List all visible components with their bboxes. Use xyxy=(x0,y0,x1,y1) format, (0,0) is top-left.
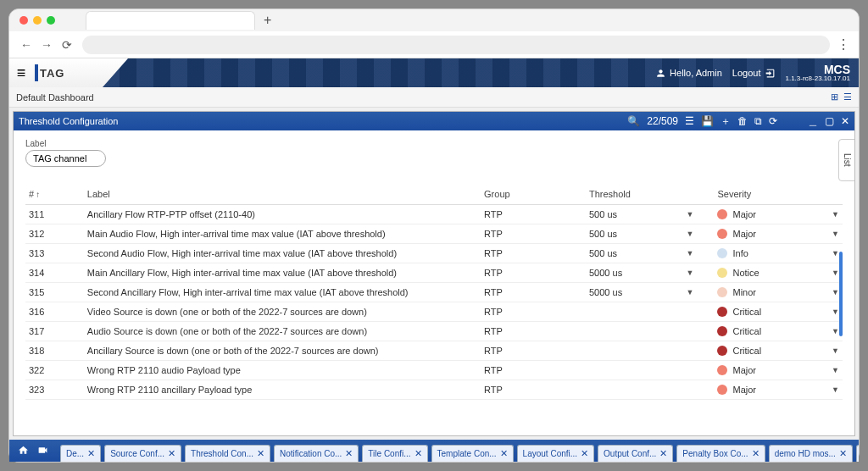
cell-severity[interactable]: Major▼ xyxy=(714,205,843,224)
chevron-down-icon[interactable]: ▼ xyxy=(832,269,839,277)
chevron-down-icon[interactable]: ▼ xyxy=(687,269,694,277)
menu-icon[interactable]: ≡ xyxy=(9,64,33,82)
table-row[interactable]: 322Wrong RTP 2110 audio Payload typeRTPM… xyxy=(25,361,843,380)
close-tab-icon[interactable]: ✕ xyxy=(87,448,95,459)
cell-severity[interactable]: Minor▼ xyxy=(714,283,843,302)
cell-severity[interactable]: Critical▼ xyxy=(714,341,843,361)
browser-menu-button[interactable]: ⋮ xyxy=(835,36,852,53)
chevron-down-icon[interactable]: ▼ xyxy=(687,288,694,296)
window-max-dot[interactable] xyxy=(47,16,55,25)
table-row[interactable]: 316Video Source is down (one or both of … xyxy=(25,302,843,322)
cell-threshold[interactable]: 5000 us▼ xyxy=(586,263,714,283)
chevron-down-icon[interactable]: ▼ xyxy=(832,249,839,258)
footer-tab[interactable]: Template Con...✕ xyxy=(431,445,514,462)
footer-tab[interactable]: Source Conf...✕ xyxy=(104,445,181,462)
list-view-icon[interactable]: ☰ xyxy=(843,91,852,103)
grid-view-icon[interactable]: ⊞ xyxy=(831,91,838,103)
chevron-down-icon[interactable]: ▼ xyxy=(832,385,839,394)
user-info[interactable]: Hello, Admin xyxy=(655,68,722,79)
chevron-down-icon[interactable]: ▼ xyxy=(687,210,694,219)
footer-tab[interactable]: Tile Confi...✕ xyxy=(362,445,427,462)
search-icon[interactable]: 🔍 xyxy=(627,115,640,127)
table-row[interactable]: 314Main Ancillary Flow, High inter-arriv… xyxy=(25,263,843,283)
chevron-down-icon[interactable]: ▼ xyxy=(687,249,694,258)
table-row[interactable]: 318Ancillary Source is down (one or both… xyxy=(25,341,843,361)
close-tab-icon[interactable]: ✕ xyxy=(345,448,353,459)
cell-severity[interactable]: Major▼ xyxy=(714,361,843,380)
footer-tab[interactable]: Notification Co...✕ xyxy=(274,445,359,462)
chevron-down-icon[interactable]: ▼ xyxy=(687,230,694,238)
list-tab[interactable]: List xyxy=(838,139,854,181)
footer-tab[interactable]: Layout Confi...✕ xyxy=(517,445,594,462)
chevron-down-icon[interactable]: ▼ xyxy=(832,210,839,219)
minimize-icon[interactable]: ＿ xyxy=(808,114,818,129)
table-row[interactable]: 323Wrong RTP 2110 ancillary Payload type… xyxy=(25,380,843,400)
camera-icon[interactable] xyxy=(37,445,48,458)
table-row[interactable]: 317Audio Source is down (one or both of … xyxy=(25,322,843,341)
cell-threshold[interactable] xyxy=(586,380,714,400)
add-icon[interactable]: ＋ xyxy=(721,114,731,129)
cell-threshold[interactable]: 500 us▼ xyxy=(586,205,714,224)
chevron-down-icon[interactable]: ▼ xyxy=(832,346,839,355)
delete-icon[interactable]: 🗑 xyxy=(737,115,748,127)
close-icon[interactable]: ✕ xyxy=(841,115,849,127)
close-tab-icon[interactable]: ✕ xyxy=(752,448,760,459)
cell-severity[interactable]: Info▼ xyxy=(714,244,843,263)
chevron-down-icon[interactable]: ▼ xyxy=(832,230,839,238)
footer-tab[interactable]: Output Conf...✕ xyxy=(598,445,673,462)
col-label[interactable]: Label xyxy=(84,184,481,205)
cell-severity[interactable]: Major▼ xyxy=(714,224,843,244)
cell-threshold[interactable] xyxy=(586,341,714,361)
chevron-down-icon[interactable]: ▼ xyxy=(832,288,839,296)
col-num[interactable]: #↑ xyxy=(25,184,84,205)
label-input[interactable] xyxy=(25,150,106,167)
window-close-dot[interactable] xyxy=(19,16,28,25)
table-row[interactable]: 312Main Audio Flow, High inter-arrival t… xyxy=(25,224,843,244)
table-row[interactable]: 315Second Ancillary Flow, High inter-arr… xyxy=(25,283,843,302)
list-icon[interactable]: ☰ xyxy=(685,115,694,127)
close-tab-icon[interactable]: ✕ xyxy=(500,448,508,459)
cell-threshold[interactable] xyxy=(586,302,714,322)
reload-button[interactable]: ⟳ xyxy=(58,36,75,53)
footer-tab[interactable]: demo HD mos...✕ xyxy=(769,445,853,462)
close-tab-icon[interactable]: ✕ xyxy=(168,448,175,459)
forward-button[interactable]: → xyxy=(38,36,55,53)
table-row[interactable]: 313Second Audio Flow, High inter-arrival… xyxy=(25,244,843,263)
new-tab-button[interactable]: + xyxy=(264,13,271,28)
col-threshold[interactable]: Threshold xyxy=(586,184,714,205)
logout-button[interactable]: Logout xyxy=(732,68,776,79)
close-tab-icon[interactable]: ✕ xyxy=(659,448,667,459)
scrollbar-thumb[interactable] xyxy=(839,252,843,336)
refresh-icon[interactable]: ⟳ xyxy=(769,115,777,127)
close-tab-icon[interactable]: ✕ xyxy=(839,448,847,459)
close-tab-icon[interactable]: ✕ xyxy=(257,448,264,459)
close-tab-icon[interactable]: ✕ xyxy=(415,448,422,459)
cell-severity[interactable]: Major▼ xyxy=(714,380,843,400)
cell-severity[interactable]: Critical▼ xyxy=(714,302,843,322)
footer-tab[interactable]: Threshold Con...✕ xyxy=(185,445,270,462)
cell-threshold[interactable] xyxy=(586,361,714,380)
col-severity[interactable]: Severity xyxy=(714,184,843,205)
copy-icon[interactable]: ⧉ xyxy=(754,115,762,127)
table-row[interactable]: 311Ancillary Flow RTP-PTP offset (2110-4… xyxy=(25,205,843,224)
window-min-dot[interactable] xyxy=(33,16,42,25)
cell-threshold[interactable]: 500 us▼ xyxy=(586,224,714,244)
back-button[interactable]: ← xyxy=(18,36,35,53)
chevron-down-icon[interactable]: ▼ xyxy=(832,308,839,316)
close-tab-icon[interactable]: ✕ xyxy=(581,448,588,459)
save-icon[interactable]: 💾 xyxy=(701,115,714,127)
address-bar[interactable] xyxy=(82,36,830,54)
cell-threshold[interactable]: 5000 us▼ xyxy=(586,283,714,302)
home-icon[interactable] xyxy=(18,445,29,458)
chevron-down-icon[interactable]: ▼ xyxy=(832,366,839,374)
cell-severity[interactable]: Notice▼ xyxy=(714,263,843,283)
chevron-down-icon[interactable]: ▼ xyxy=(832,327,839,335)
footer-tab[interactable]: De...✕ xyxy=(60,445,101,462)
cell-severity[interactable]: Critical▼ xyxy=(714,322,843,341)
cell-threshold[interactable]: 500 us▼ xyxy=(586,244,714,263)
col-group[interactable]: Group xyxy=(481,184,586,205)
footer-tab[interactable]: Penalty Box Co...✕ xyxy=(676,445,765,462)
browser-tab[interactable] xyxy=(86,11,255,30)
cell-threshold[interactable] xyxy=(586,322,714,341)
maximize-icon[interactable]: ▢ xyxy=(825,115,834,127)
